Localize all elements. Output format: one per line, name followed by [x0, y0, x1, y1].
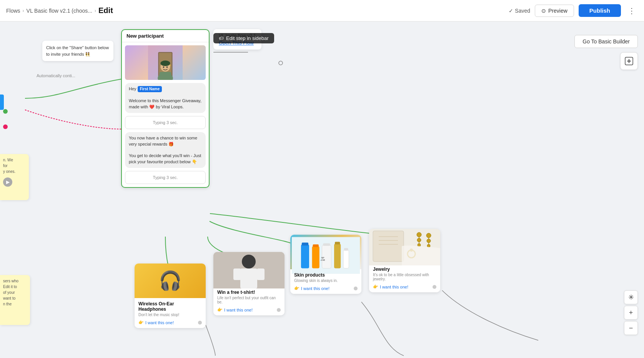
left-top-text: Click on the "Share" button below to inv…	[46, 45, 110, 57]
typing-text-1: Typing 3 sec.	[153, 120, 178, 125]
flow-name-link[interactable]: VL Basic flow v2.1 (choos...	[27, 8, 92, 14]
skincare-btn[interactable]: 👉 I want this one!	[294, 286, 329, 291]
zoom-out-button[interactable]: −	[624, 321, 638, 335]
svg-point-34	[417, 232, 421, 237]
jewelry-connector-dot	[433, 285, 436, 289]
headphones-btn[interactable]: 👉 I want this one!	[138, 320, 174, 325]
typing-text-2: Typing 3 sec.	[153, 175, 178, 180]
flow-canvas: Go To Basic Builder 🏷 Edit step in sideb…	[0, 22, 644, 358]
preview-button[interactable]: ⊙ Preview	[535, 5, 574, 17]
hand-icon-tshirt: 👉	[217, 307, 223, 312]
typing-indicator-2: Typing 3 sec.	[125, 171, 206, 184]
headphones-content: Wireless On-Ear Headphones Don't let the…	[135, 298, 206, 328]
svg-rect-14	[233, 268, 241, 280]
skincare-subtitle: Glowing skin is always in.	[294, 278, 358, 283]
zoom-controls: ✳ + −	[624, 290, 638, 335]
skincare-image: NIP +FAB	[290, 235, 361, 269]
add-node-button[interactable]	[620, 52, 638, 70]
skincare-card: NIP +FAB Skin products Glowing skin is a…	[290, 235, 361, 294]
svg-rect-22	[323, 243, 330, 246]
svg-rect-17	[301, 244, 309, 268]
svg-rect-18	[302, 243, 308, 246]
skincare-svg: NIP +FAB	[292, 236, 360, 275]
asterisk-icon: ✳	[628, 293, 634, 302]
svg-rect-10	[160, 72, 171, 79]
svg-text:+FAB: +FAB	[320, 259, 325, 261]
tshirt-subtitle: Life isn't perfect but your outfit can b…	[217, 296, 281, 304]
preview-label: Preview	[548, 8, 567, 14]
tshirt-btn[interactable]: 👉 I want this one!	[217, 307, 253, 312]
sep2: ›	[95, 8, 96, 13]
left-top-node: Click on the "Share" button below to inv…	[42, 41, 113, 61]
tshirt-action: 👉 I want this one!	[217, 307, 281, 312]
yellow-bottom-text: sers whoEdit it toof yourwant ton the	[3, 278, 27, 307]
auto-continue-label: Automatically conti...	[37, 73, 75, 78]
headphones-btn-label: I want this one!	[145, 320, 174, 325]
rewards-text-1: You now have a chance to win some very s…	[129, 136, 197, 146]
tshirt-connector-dot	[277, 308, 281, 312]
svg-point-8	[163, 66, 165, 68]
headphones-subtitle: Don't let the music stop!	[138, 313, 202, 317]
svg-text:NIP: NIP	[321, 257, 324, 259]
tshirt-btn-label: I want this one!	[224, 308, 253, 312]
character-svg	[125, 45, 206, 80]
character-image	[125, 45, 206, 80]
svg-rect-20	[313, 244, 319, 247]
blue-rect-element	[0, 94, 4, 110]
add-node-icon	[625, 57, 633, 65]
basic-builder-button[interactable]: Go To Basic Builder	[574, 35, 638, 48]
green-circle-connector	[3, 109, 8, 114]
asterisk-zoom-btn[interactable]: ✳	[624, 290, 638, 304]
svg-point-7	[160, 61, 170, 66]
zoom-in-button[interactable]: +	[624, 306, 638, 320]
skincare-btn-label: I want this one!	[301, 286, 329, 291]
pink-circle-connector	[3, 124, 8, 129]
svg-rect-28	[344, 248, 348, 251]
svg-rect-19	[312, 246, 320, 268]
hand-icon-headphones: 👉	[138, 320, 144, 325]
edit-step-tooltip: 🏷 Edit step in sidebar	[213, 33, 274, 43]
svg-point-35	[417, 238, 421, 242]
yellow-top-text: n. Wefory ones.	[3, 157, 26, 174]
rewards-text-2: You get to decide what you'll win - Just…	[129, 153, 201, 164]
svg-rect-27	[343, 250, 349, 268]
page-title: Edit	[98, 6, 113, 15]
svg-rect-25	[334, 244, 341, 268]
tshirt-card: Win a free t-shirt! Life isn't perfect b…	[213, 252, 285, 315]
tooltip-label: Edit step in sidebar	[226, 35, 269, 41]
jewelry-btn[interactable]: 👉 I want this one!	[373, 284, 408, 289]
jewelry-svg	[369, 229, 440, 265]
hand-icon-skincare: 👉	[294, 286, 300, 291]
jewelry-subtitle: It's ok to be a little obsessed with jew…	[373, 273, 436, 281]
tag-icon: 🏷	[219, 35, 224, 41]
jewelry-btn-label: I want this one!	[380, 285, 408, 289]
skincare-action: 👉 I want this one!	[294, 286, 358, 291]
jewelry-image	[369, 229, 440, 264]
headphones-card: 🎧 Wireless On-Ear Headphones Don't let t…	[135, 264, 206, 328]
tshirt-image	[213, 252, 285, 287]
jewelry-card: Jewelry It's ok to be a little obsessed …	[369, 229, 440, 292]
yellow-node-bottom: sers whoEdit it toof yourwant ton the	[0, 275, 30, 325]
new-participant-node: New participant	[121, 29, 210, 188]
jewelry-content: Jewelry It's ok to be a little obsessed …	[369, 264, 440, 292]
connections-svg	[0, 22, 644, 358]
flows-link[interactable]: Flows	[6, 8, 20, 14]
preview-icon: ⊙	[541, 8, 546, 14]
more-options-button[interactable]: ⋮	[626, 5, 638, 17]
headphones-action: 👉 I want this one!	[138, 320, 202, 325]
svg-point-39	[426, 233, 431, 238]
breadcrumb: Flows › VL Basic flow v2.1 (choos... › E…	[6, 6, 113, 15]
jewelry-action: 👉 I want this one!	[373, 284, 436, 289]
publish-button[interactable]: Publish	[579, 4, 621, 17]
tshirt-title: Win a free t-shirt!	[217, 290, 281, 295]
tshirt-content: Win a free t-shirt! Life isn't perfect b…	[213, 287, 285, 315]
check-icon: ✓	[509, 8, 513, 14]
headphones-title: Wireless On-Ear Headphones	[138, 301, 202, 312]
name-tag: First Name	[138, 86, 162, 92]
top-nav: Flows › VL Basic flow v2.1 (choos... › E…	[0, 0, 644, 22]
hand-icon-jewelry: 👉	[373, 284, 378, 289]
arrow-button-top[interactable]: ▶	[3, 177, 12, 187]
saved-status: ✓ Saved	[509, 8, 530, 14]
headphones-connector-dot	[198, 321, 202, 325]
nav-right: ✓ Saved ⊙ Preview Publish ⋮	[509, 4, 638, 17]
